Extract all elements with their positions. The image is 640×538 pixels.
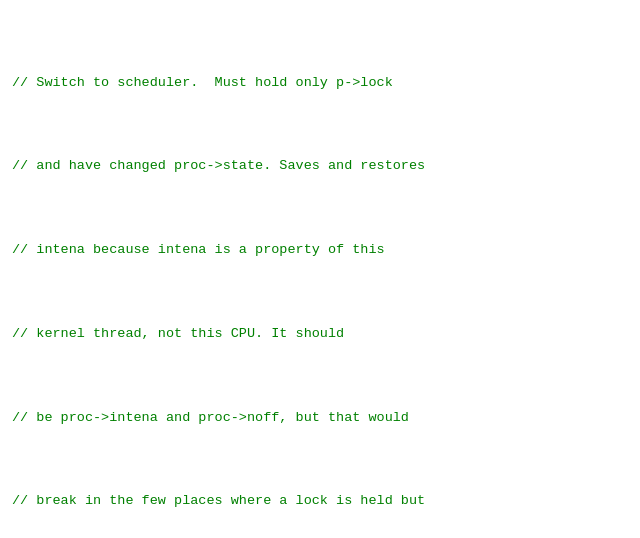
code-line-3: // intena because intena is a property o… xyxy=(12,240,628,261)
code-line-2: // and have changed proc->state. Saves a… xyxy=(12,156,628,177)
code-line-1: // Switch to scheduler. Must hold only p… xyxy=(12,73,628,94)
code-line-5: // be proc->intena and proc->noff, but t… xyxy=(12,408,628,429)
code-block: // Switch to scheduler. Must hold only p… xyxy=(0,0,640,538)
code-line-4: // kernel thread, not this CPU. It shoul… xyxy=(12,324,628,345)
code-line-6: // break in the few places where a lock … xyxy=(12,491,628,512)
